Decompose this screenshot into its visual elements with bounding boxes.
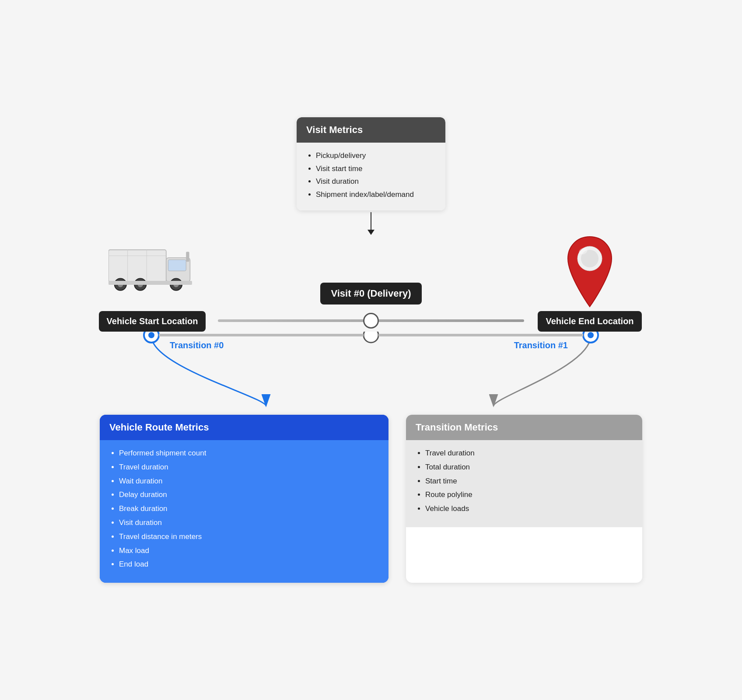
list-item: Travel distance in meters bbox=[119, 532, 379, 542]
end-location-col: Vehicle End Location bbox=[537, 237, 642, 332]
end-location-label: Vehicle End Location bbox=[538, 311, 641, 332]
route-metrics-list: Performed shipment count Travel duration… bbox=[109, 448, 379, 570]
visit-metrics-title: Visit Metrics bbox=[297, 117, 445, 143]
list-item: Delay duration bbox=[119, 490, 379, 500]
route-metrics-title: Vehicle Route Metrics bbox=[100, 415, 388, 440]
visit-label: Visit #0 (Delivery) bbox=[320, 283, 421, 304]
visit-metrics-card: Visit Metrics Pickup/delivery Visit star… bbox=[297, 117, 445, 210]
start-location-label: Vehicle Start Location bbox=[99, 311, 206, 332]
transition-metrics-list: Travel duration Total duration Start tim… bbox=[416, 448, 633, 514]
route-metrics-body: Performed shipment count Travel duration… bbox=[100, 440, 388, 583]
bottom-section: Vehicle Route Metrics Performed shipment… bbox=[100, 415, 642, 583]
list-item: Travel duration bbox=[119, 462, 379, 472]
list-item: Performed shipment count bbox=[119, 448, 379, 458]
pin-icon bbox=[564, 237, 616, 307]
svg-point-20 bbox=[148, 332, 154, 338]
list-item: Travel duration bbox=[425, 448, 633, 458]
pin-svg bbox=[564, 234, 616, 309]
svg-rect-6 bbox=[186, 252, 189, 262]
list-item: Visit duration bbox=[119, 518, 379, 528]
route-metrics-card: Vehicle Route Metrics Performed shipment… bbox=[100, 415, 388, 583]
arrow-head bbox=[368, 230, 374, 235]
svg-rect-13 bbox=[108, 281, 192, 285]
visit-node bbox=[363, 313, 379, 329]
list-item: Total duration bbox=[425, 462, 633, 472]
list-item: Start time bbox=[425, 476, 633, 486]
svg-point-22 bbox=[588, 332, 594, 338]
list-item: Vehicle loads bbox=[425, 504, 633, 514]
start-location-col: Vehicle Start Location bbox=[100, 237, 205, 332]
svg-rect-5 bbox=[168, 260, 186, 271]
list-item: Visit duration bbox=[316, 176, 436, 187]
transition-metrics-title: Transition Metrics bbox=[406, 415, 642, 440]
list-item: Max load bbox=[119, 546, 379, 556]
arrow-down-container bbox=[100, 210, 642, 237]
timeline bbox=[218, 310, 524, 332]
svg-rect-0 bbox=[108, 250, 166, 282]
arrow-line bbox=[371, 212, 371, 230]
visit-metrics-body: Pickup/delivery Visit start time Visit d… bbox=[297, 143, 445, 210]
truck-icon bbox=[108, 237, 196, 307]
visit-node-circle bbox=[363, 313, 379, 329]
transition-metrics-body: Travel duration Total duration Start tim… bbox=[406, 440, 642, 527]
list-item: Wait duration bbox=[119, 476, 379, 486]
list-item: Break duration bbox=[119, 504, 379, 514]
arrow-down bbox=[368, 212, 374, 235]
transitions-section: Transition #0 Transition #1 bbox=[100, 332, 642, 410]
truck-svg bbox=[108, 243, 196, 300]
list-item: Route polyline bbox=[425, 490, 633, 500]
list-item: Visit start time bbox=[316, 164, 436, 174]
svg-point-23 bbox=[364, 332, 378, 343]
curved-arrows-svg bbox=[100, 332, 642, 410]
list-item: End load bbox=[119, 559, 379, 570]
transition-metrics-card: Transition Metrics Travel duration Total… bbox=[406, 415, 642, 583]
list-item: Shipment index/label/demand bbox=[316, 189, 436, 200]
center-col: Visit #0 (Delivery) bbox=[218, 283, 524, 332]
visit-metrics-list: Pickup/delivery Visit start time Visit d… bbox=[306, 150, 436, 200]
list-item: Pickup/delivery bbox=[316, 150, 436, 161]
